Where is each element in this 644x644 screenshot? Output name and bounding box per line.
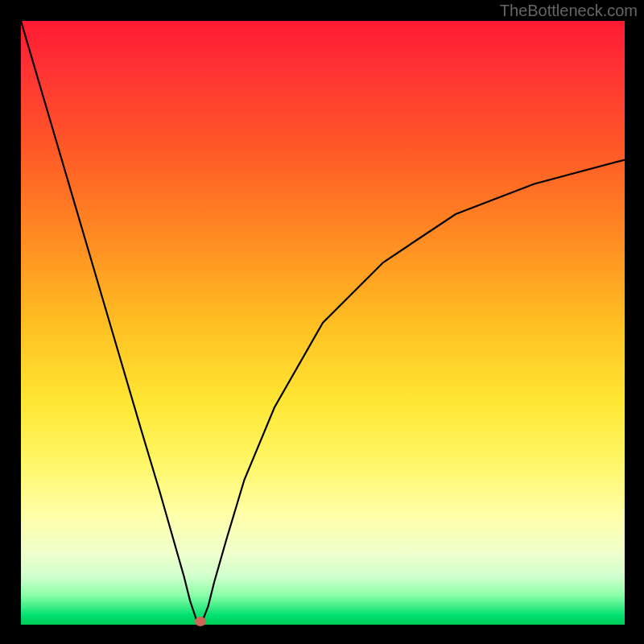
watermark-text: TheBottleneck.com [500,2,638,20]
optimum-marker [195,617,206,626]
plot-area [21,21,625,625]
bottleneck-curve [21,21,625,625]
